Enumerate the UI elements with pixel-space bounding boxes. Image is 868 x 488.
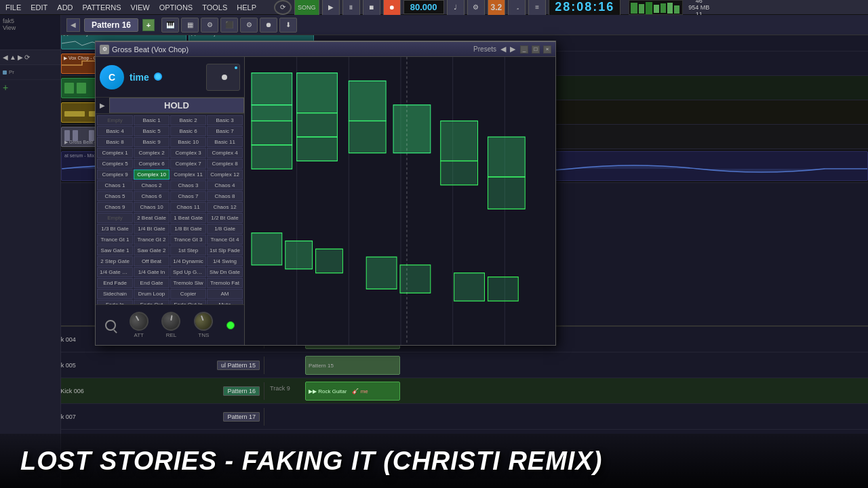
metronome-icon[interactable]: ♩ [447, 0, 465, 16]
left-nav-right[interactable]: ▶ [18, 54, 23, 61]
preset-6-1[interactable]: Chaos 2 [134, 180, 170, 190]
preset-4-2[interactable]: Complex 7 [170, 159, 206, 169]
preset-1-2[interactable]: Basic 6 [170, 126, 206, 136]
preset-9-2[interactable]: 1 Beat Gate [170, 213, 206, 223]
preset-14-2[interactable]: Spd Up Gate [170, 267, 206, 277]
menu-edit[interactable]: EDIT [31, 3, 47, 12]
preset-14-3[interactable]: Slw Dn Gate [207, 267, 243, 277]
song-mode-btn[interactable]: SONG [294, 0, 319, 16]
preset-7-3[interactable]: Chaos 8 [207, 191, 243, 201]
preset-9-1[interactable]: 2 Beat Gate [134, 213, 170, 223]
preset-17-2[interactable]: Fade Out In [170, 300, 206, 304]
preset-15-3[interactable]: Tremolo Fat [207, 278, 243, 288]
preset-11-0[interactable]: Trance Gt 1 [97, 235, 133, 245]
preset-2-1[interactable]: Basic 9 [134, 137, 170, 147]
preset-2-2[interactable]: Basic 10 [170, 137, 206, 147]
preset-4-3[interactable]: Complex 8 [207, 159, 243, 169]
preset-1-3[interactable]: Basic 7 [207, 126, 243, 136]
plugin-btn[interactable]: ⬛ [220, 18, 238, 33]
menu-file[interactable]: FILE [5, 3, 21, 12]
track-006-seg[interactable]: ▶▶ Rock Guitar 🎸 me [305, 382, 400, 401]
preset-17-3[interactable]: Mute [207, 300, 243, 304]
gb-search-icon[interactable] [105, 320, 116, 331]
preset-15-1[interactable]: End Gate [134, 278, 170, 288]
preset-0-2[interactable]: Basic 2 [170, 115, 206, 125]
preset-6-3[interactable]: Chaos 4 [207, 180, 243, 190]
preset-15-0[interactable]: End Fade [97, 278, 133, 288]
gb-minimize-btn[interactable]: _ [520, 45, 528, 54]
left-nav-left[interactable]: ◀ [3, 54, 8, 61]
gb-nav-left[interactable]: ◀ [499, 45, 507, 54]
pattern-btn-007[interactable]: Pattern 17 [223, 412, 260, 422]
menu-tools[interactable]: TOOLS [202, 3, 227, 12]
preset-3-2[interactable]: Complex 3 [170, 148, 206, 158]
preset-12-0[interactable]: Saw Gate 1 [97, 245, 133, 256]
preset-5-3[interactable]: Complex 12 [207, 169, 243, 180]
preset-0-1[interactable]: Basic 1 [134, 115, 170, 125]
mixer-btn2[interactable]: ⚙ [201, 18, 218, 33]
preset-14-0[interactable]: 1/4 Gate Out [97, 267, 133, 277]
gb-xy-pad[interactable] [206, 64, 240, 91]
preset-2-3[interactable]: Basic 11 [207, 137, 243, 147]
piano-roll-btn[interactable]: 🎹 [161, 18, 179, 33]
preset-16-1[interactable]: Drum Loop [134, 289, 170, 299]
preset-14-1[interactable]: 1/4 Gate In [134, 267, 170, 277]
pause-btn[interactable]: ⏸ [342, 0, 360, 16]
preset-5-2[interactable]: Complex 11 [170, 169, 206, 180]
play-btn[interactable]: ▶ [322, 0, 340, 16]
preset-7-1[interactable]: Chaos 6 [134, 191, 170, 201]
preset-7-2[interactable]: Chaos 7 [170, 191, 206, 201]
preset-15-2[interactable]: Tremolo Slw [170, 278, 206, 288]
preset-5-1[interactable]: Complex 10 [134, 169, 170, 180]
preset-4-0[interactable]: Complex 5 [97, 159, 133, 169]
gb-close-btn[interactable]: × [543, 45, 551, 54]
preset-11-1[interactable]: Trance Gt 2 [134, 235, 170, 245]
preset-5-0[interactable]: Complex 9 [97, 169, 133, 180]
menu-help[interactable]: HELP [237, 3, 256, 12]
preset-10-3[interactable]: 1/8 Gate [207, 224, 243, 234]
tempo-btn[interactable]: 𝅗 [508, 0, 526, 16]
track-005-seg[interactable]: Pattern 15 [305, 356, 400, 375]
left-nav-refresh[interactable]: ⟳ [24, 54, 30, 61]
preset-13-1[interactable]: Off Beat [134, 256, 170, 266]
preset-3-1[interactable]: Complex 2 [134, 148, 170, 158]
preset-8-1[interactable]: Chaos 10 [134, 202, 170, 212]
loop-icon[interactable]: ⟳ [274, 0, 292, 15]
preset-3-3[interactable]: Complex 4 [207, 148, 243, 158]
gb-att-knob[interactable] [126, 308, 152, 334]
export-btn[interactable]: ⬇ [279, 18, 297, 33]
settings-btn[interactable]: ⚙ [240, 18, 258, 33]
preset-16-3[interactable]: AM [207, 289, 243, 299]
preset-1-0[interactable]: Basic 4 [97, 126, 133, 136]
preset-12-2[interactable]: 1st Step [170, 245, 206, 256]
gb-collapse-btn[interactable]: ▶ [96, 102, 109, 109]
record-btn[interactable]: ⏺ [383, 0, 401, 16]
step-seq-btn[interactable]: ▦ [181, 18, 199, 33]
gb-hold-btn[interactable]: HOLD [109, 98, 244, 113]
preset-6-0[interactable]: Chaos 1 [97, 180, 133, 190]
preset-0-0[interactable]: Empty [97, 115, 133, 125]
gb-graph[interactable] [245, 57, 555, 345]
menu-add[interactable]: ADD [57, 3, 73, 12]
mixer-icon[interactable]: ⚙ [467, 0, 485, 16]
gb-settings-icon[interactable]: ⚙ [100, 45, 109, 54]
preset-10-0[interactable]: 1/3 Bt Gate [97, 224, 133, 234]
preset-16-0[interactable]: Sidechain [97, 289, 133, 299]
preset-11-3[interactable]: Trance Gt 4 [207, 235, 243, 245]
bpm-display[interactable]: 80.000 [403, 0, 444, 14]
preset-6-2[interactable]: Chaos 3 [170, 180, 206, 190]
preset-10-2[interactable]: 1/8 Bt Gate [170, 224, 206, 234]
preset-9-3[interactable]: 1/2 Bt Gate [207, 213, 243, 223]
menu-options[interactable]: OPTIONS [159, 3, 193, 12]
left-nav-up[interactable]: ▲ [9, 54, 16, 61]
preset-1-1[interactable]: Basic 5 [134, 126, 170, 136]
preset-12-1[interactable]: Saw Gate 2 [134, 245, 170, 256]
pattern-btn-006[interactable]: Pattern 16 [223, 386, 260, 396]
preset-3-0[interactable]: Complex 1 [97, 148, 133, 158]
preset-2-0[interactable]: Basic 8 [97, 137, 133, 147]
playlist-btn[interactable]: ≡ [528, 0, 546, 16]
stop-btn[interactable]: ⏹ [363, 0, 380, 16]
menu-view[interactable]: VIEW [131, 3, 150, 12]
preset-13-0[interactable]: 2 Step Gate [97, 256, 133, 266]
record-btn2[interactable]: ⏺ [260, 18, 277, 33]
